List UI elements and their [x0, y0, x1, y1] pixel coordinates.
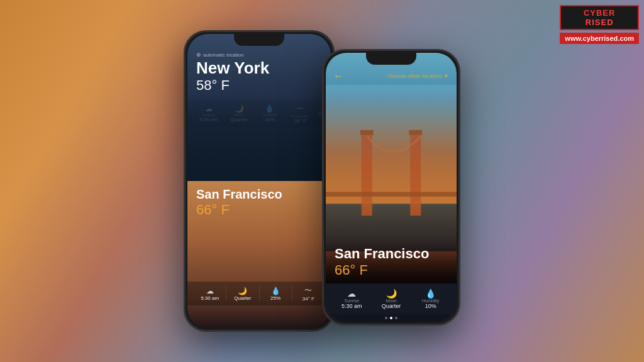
- p2-moon-label: Moon: [372, 299, 411, 303]
- svg-rect-6: [326, 192, 457, 197]
- phone-1: ⊕ automatic location New York 58° F ☁ Su…: [184, 30, 335, 332]
- sf-section: San Francisco 66° F ☁ 5:30 am 🌙 Quarter: [187, 181, 331, 328]
- p2-moon-value: Quarter: [372, 303, 411, 309]
- phone-2: ← choose other location ▼: [322, 49, 460, 326]
- choose-location-icon: ▼: [443, 73, 449, 79]
- p2-humidity-value: 10%: [411, 303, 450, 309]
- p2-sunrise-value: 5:30 am: [332, 303, 372, 309]
- city-name-p2: San Francisco: [335, 246, 448, 262]
- moon-value-2: Quarter: [226, 295, 258, 301]
- phone1-screen: ⊕ automatic location New York 58° F ☁ Su…: [187, 34, 331, 328]
- sunrise-icon-2: ☁: [194, 287, 226, 295]
- svg-rect-2: [362, 133, 372, 216]
- nav-dot-2: [390, 317, 392, 319]
- bridge-section: San Francisco 66° F: [326, 53, 457, 283]
- svg-rect-4: [360, 130, 374, 135]
- p2-sunrise-icon: ☁: [332, 288, 372, 299]
- p2-stat-humidity: 💧 Humidity 10%: [411, 288, 450, 309]
- phone2-stats: ☁ Sunrise 5:30 am 🌙 Moon Quarter 💧 Humid…: [326, 283, 457, 314]
- phone2-nav: [326, 314, 457, 322]
- city2-stats: ☁ 5:30 am 🌙 Quarter 💧 25%: [187, 282, 331, 305]
- phone2-notch: [366, 51, 416, 65]
- choose-location[interactable]: choose other location ▼: [388, 73, 449, 79]
- moon-icon-2: 🌙: [226, 287, 258, 295]
- city1-name: New York: [196, 59, 322, 77]
- p2-sunrise-label: Sunrise: [332, 299, 372, 303]
- sf-content: San Francisco 66° F: [187, 181, 331, 222]
- auto-location-label: automatic location: [203, 52, 243, 58]
- brand-rised-text: RISED: [586, 18, 614, 27]
- city2-temp: 66° F: [196, 202, 322, 218]
- city2-name: San Francisco: [196, 187, 322, 202]
- p2-humidity-icon: 💧: [411, 288, 450, 299]
- p2-stat-sunrise: ☁ Sunrise 5:30 am: [332, 288, 372, 309]
- brand-url: www.cyberrised.com: [560, 33, 639, 44]
- phones-wrapper: ⊕ automatic location New York 58° F ☁ Su…: [0, 0, 644, 362]
- phone2-content: ← choose other location ▼: [326, 53, 457, 322]
- phone1-notch: [234, 32, 284, 46]
- feels-icon-2: 〜: [292, 285, 325, 296]
- nav-dot-1: [385, 317, 387, 319]
- back-button[interactable]: ←: [333, 70, 343, 82]
- choose-location-text: choose other location: [388, 73, 442, 79]
- location-icon: ⊕: [196, 52, 201, 58]
- feels-value-2: 34° F: [292, 296, 325, 302]
- p2-stat-moon: 🌙 Moon Quarter: [372, 288, 411, 309]
- skyline-buildings: [187, 93, 331, 181]
- nav-dot-3: [395, 317, 397, 319]
- stat-humidity-2: 💧 25%: [260, 287, 292, 301]
- brand-cyber-text: CYBER: [584, 8, 616, 18]
- city1-temp: 58° F: [196, 77, 322, 94]
- sunrise-value-2: 5:30 am: [194, 295, 226, 301]
- svg-rect-5: [409, 130, 422, 135]
- humidity-value-2: 25%: [260, 295, 292, 301]
- stat-moon-2: 🌙 Quarter: [226, 287, 258, 301]
- phone2-screen: ← choose other location ▼: [326, 53, 457, 322]
- sf-content-2: San Francisco 66° F: [326, 241, 457, 283]
- phone1-content: ⊕ automatic location New York 58° F ☁ Su…: [187, 34, 331, 328]
- brand-name: CYBER RISED: [560, 5, 639, 30]
- p2-humidity-label: Humidity: [411, 299, 450, 303]
- p2-moon-icon: 🌙: [372, 288, 411, 299]
- city-temp-p2: 66° F: [335, 262, 448, 278]
- stat-feels-2: 〜 34° F: [292, 285, 325, 302]
- stat-sunrise-2: ☁ 5:30 am: [194, 287, 226, 301]
- auto-location: ⊕ automatic location: [196, 52, 322, 58]
- branding-block: CYBER RISED www.cyberrised.com: [560, 5, 639, 44]
- humidity-icon-2: 💧: [260, 287, 292, 295]
- newyork-section: ⊕ automatic location New York 58° F ☁ Su…: [187, 34, 331, 181]
